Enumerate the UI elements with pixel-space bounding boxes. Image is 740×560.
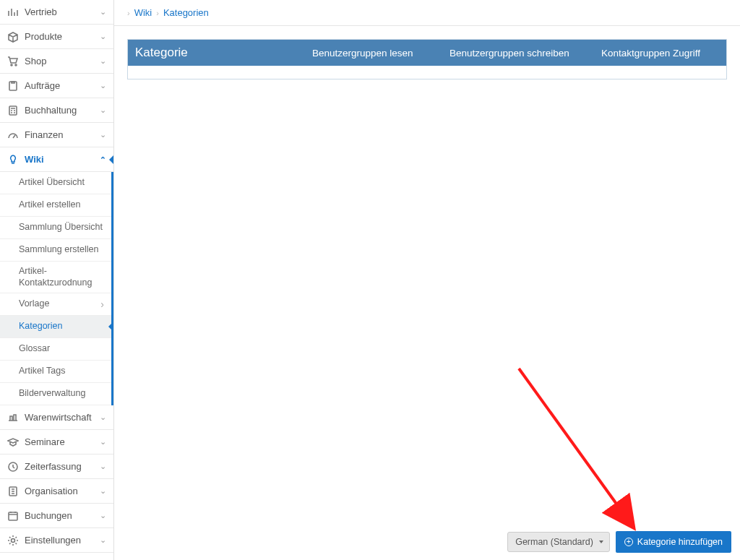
- chevron-down-icon: ⌄: [100, 32, 106, 41]
- bulb-icon: [7, 154, 19, 165]
- breadcrumb: › Wiki › Kategorien: [114, 0, 740, 26]
- pallet-icon: [7, 412, 19, 423]
- subnav-kategorien[interactable]: Kategorien: [0, 316, 111, 338]
- wiki-submenu: Artikel Übersicht Artikel erstellen Samm…: [0, 172, 113, 405]
- chevron-down-icon: ⌄: [100, 535, 106, 545]
- subnav-sammlung-erstellen[interactable]: Sammlung erstellen: [0, 239, 111, 262]
- footer-actions: German (Standard) + Kategorie hinzufügen: [507, 531, 731, 553]
- chevron-down-icon: ⌄: [100, 462, 106, 471]
- breadcrumb-kategorien[interactable]: Kategorien: [163, 7, 209, 18]
- clipboard-icon: [7, 80, 19, 92]
- col-read-groups: Benutzergruppen lesen: [305, 42, 442, 64]
- chevron-down-icon: ⌄: [100, 105, 106, 115]
- main-content: › Wiki › Kategorien Kategorie Benutzergr…: [114, 0, 740, 560]
- table-body-empty: [128, 66, 726, 79]
- chevron-down-icon: ⌄: [100, 130, 106, 139]
- calc-icon: [7, 105, 19, 116]
- subnav-artikel-tags[interactable]: Artikel Tags: [0, 361, 111, 383]
- subnav-artikel-erstellen[interactable]: Artikel erstellen: [0, 194, 111, 217]
- nav-vertrieb[interactable]: Vertrieb ⌄: [0, 0, 113, 25]
- grad-icon: [7, 436, 19, 448]
- sidebar: Vertrieb ⌄ Produkte ⌄ Shop ⌄ Aufträge ⌄ …: [0, 0, 114, 560]
- nav-organisation[interactable]: Organisation ⌄: [0, 479, 113, 504]
- chevron-down-icon: ⌄: [100, 81, 106, 90]
- nav-warenwirtschaft[interactable]: Warenwirtschaft ⌄: [0, 405, 113, 430]
- bars-icon: [7, 7, 19, 18]
- nav-label: Buchhaltung: [25, 105, 100, 116]
- cart-icon: [7, 56, 19, 67]
- subnav-artikel-kontaktzurodnung[interactable]: Artikel-Kontaktzurodnung: [0, 262, 111, 293]
- nav-finanzen[interactable]: Finanzen ⌄: [0, 123, 113, 147]
- svg-point-1: [15, 64, 17, 66]
- org-icon: [7, 486, 19, 497]
- nav-shop[interactable]: Shop ⌄: [0, 49, 113, 74]
- chevron-right-icon: ›: [127, 9, 130, 17]
- svg-point-7: [12, 538, 15, 542]
- language-selected-label: German (Standard): [515, 537, 593, 547]
- nav-buchungen[interactable]: Buchungen ⌄: [0, 504, 113, 528]
- language-select[interactable]: German (Standard): [507, 532, 610, 552]
- subnav-artikel-uebersicht[interactable]: Artikel Übersicht: [0, 172, 111, 194]
- chevron-down-icon: ⌄: [100, 486, 106, 496]
- nav-einstellungen[interactable]: Einstellungen ⌄: [0, 528, 113, 553]
- subnav-sammlung-uebersicht[interactable]: Sammlung Übersicht: [0, 217, 111, 239]
- nav-label: Seminare: [25, 436, 100, 447]
- nav-zeiterfassung[interactable]: Zeiterfassung ⌄: [0, 455, 113, 479]
- nav-produkte[interactable]: Produkte ⌄: [0, 25, 113, 49]
- nav-label: Einstellungen: [25, 535, 100, 546]
- subnav-bilderverwaltung[interactable]: Bilderverwaltung: [0, 383, 111, 405]
- gauge-icon: [7, 129, 19, 141]
- nav-label: Aufträge: [25, 80, 100, 91]
- nav-label: Zeiterfassung: [25, 461, 100, 472]
- col-kategorie: Kategorie: [128, 40, 305, 66]
- nav-label: Produkte: [25, 31, 100, 42]
- add-category-label: Kategorie hinzufügen: [637, 537, 723, 547]
- nav-label: Wiki: [25, 154, 100, 165]
- nav-seminare[interactable]: Seminare ⌄: [0, 430, 113, 455]
- col-write-groups: Benutzergruppen schreiben: [442, 42, 594, 64]
- svg-rect-3: [9, 106, 17, 115]
- subnav-glossar[interactable]: Glossar: [0, 338, 111, 361]
- chevron-down-icon: ⌄: [100, 511, 106, 520]
- chevron-down-icon: ⌄: [100, 413, 106, 422]
- nav-auftraege[interactable]: Aufträge ⌄: [0, 74, 113, 98]
- breadcrumb-wiki[interactable]: Wiki: [134, 7, 152, 18]
- nav-wiki[interactable]: Wiki ⌄: [0, 147, 113, 172]
- add-category-button[interactable]: + Kategorie hinzufügen: [616, 531, 731, 553]
- svg-point-0: [11, 64, 12, 66]
- chevron-down-icon: ⌄: [100, 56, 106, 66]
- subnav-vorlage[interactable]: Vorlage: [0, 293, 111, 316]
- box-icon: [7, 31, 19, 43]
- cal-icon: [7, 510, 19, 522]
- chevron-right-icon: ›: [156, 9, 159, 17]
- categories-table: Kategorie Benutzergruppen lesen Benutzer…: [127, 39, 727, 79]
- chevron-down-icon: ⌄: [100, 437, 106, 447]
- nav-label: Warenwirtschaft: [25, 412, 100, 423]
- gear-icon: [7, 535, 19, 546]
- nav-label: Buchungen: [25, 510, 100, 521]
- svg-rect-6: [9, 512, 17, 520]
- col-contact-groups: Kontaktgruppen Zugriff: [594, 42, 726, 64]
- plus-circle-icon: +: [624, 538, 633, 546]
- clock-icon: [7, 461, 19, 473]
- nav-label: Vertrieb: [25, 7, 100, 17]
- table-header-row: Kategorie Benutzergruppen lesen Benutzer…: [128, 40, 726, 66]
- content-area: Kategorie Benutzergruppen lesen Benutzer…: [114, 26, 740, 560]
- nav-label: Organisation: [25, 486, 100, 496]
- nav-label: Shop: [25, 56, 100, 66]
- chevron-down-icon: ⌄: [100, 7, 106, 17]
- nav-label: Finanzen: [25, 129, 100, 140]
- nav-buchhaltung[interactable]: Buchhaltung ⌄: [0, 98, 113, 123]
- chevron-down-icon: ⌄: [100, 155, 106, 164]
